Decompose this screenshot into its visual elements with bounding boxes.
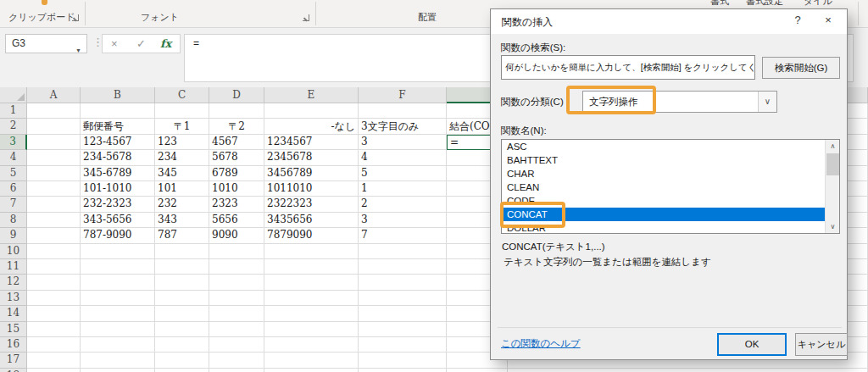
row-header-6[interactable]: 6 (0, 181, 27, 197)
cell-filler-18[interactable] (508, 369, 868, 372)
cell-B13[interactable] (81, 291, 155, 306)
cell-F5[interactable]: 5 (359, 166, 447, 181)
cell-E7[interactable]: 2322323 (264, 197, 359, 212)
cell-D2[interactable]: 〒2 (209, 119, 264, 134)
cell-E17[interactable] (264, 353, 359, 368)
function-help-link[interactable]: この関数のヘルプ (501, 337, 581, 350)
cell-A13[interactable] (27, 291, 81, 306)
cell-A14[interactable] (27, 306, 81, 321)
cell-C1[interactable] (155, 103, 209, 119)
cell-G18[interactable] (447, 369, 508, 372)
cell-E5[interactable]: 3456789 (264, 166, 359, 181)
cell-F3[interactable]: 3 (359, 135, 447, 150)
column-header-D[interactable]: D (209, 87, 264, 103)
column-header-A[interactable]: A (27, 87, 81, 103)
cell-E18[interactable] (264, 369, 359, 372)
cell-A7[interactable] (27, 197, 81, 212)
cell-F1[interactable] (359, 103, 447, 119)
row-header-10[interactable]: 10 (0, 244, 27, 259)
function-item-char[interactable]: CHAR (502, 167, 825, 180)
cell-B4[interactable]: 234-5678 (81, 150, 155, 165)
cell-F14[interactable] (359, 306, 447, 321)
row-header-16[interactable]: 16 (0, 337, 27, 353)
scroll-down-icon[interactable]: ∨ (826, 220, 840, 233)
cell-B8[interactable]: 343-5656 (81, 213, 155, 228)
cell-B2[interactable]: 郵便番号 (81, 119, 155, 134)
cell-C15[interactable] (155, 322, 209, 337)
cell-E8[interactable]: 3435656 (264, 213, 359, 228)
cell-E2[interactable]: -なし (264, 119, 359, 134)
cell-F7[interactable]: 2 (359, 197, 447, 212)
cell-F8[interactable]: 3 (359, 213, 447, 228)
cell-B1[interactable] (81, 103, 155, 119)
cell-F6[interactable]: 1 (359, 181, 447, 197)
cell-D5[interactable]: 6789 (209, 166, 264, 181)
cell-D8[interactable]: 5656 (209, 213, 264, 228)
row-header-11[interactable]: 11 (0, 259, 27, 275)
function-item-clean[interactable]: CLEAN (502, 180, 825, 194)
cancel-entry-icon[interactable]: × (111, 37, 118, 50)
cell-F9[interactable]: 7 (359, 228, 447, 243)
cell-E12[interactable] (264, 275, 359, 290)
cell-D17[interactable] (209, 353, 264, 368)
cell-A4[interactable] (27, 150, 81, 165)
cell-D14[interactable] (209, 306, 264, 321)
cell-F11[interactable] (359, 259, 447, 275)
cell-C11[interactable] (155, 259, 209, 275)
row-header-17[interactable]: 17 (0, 353, 27, 368)
cell-E3[interactable]: 1234567 (264, 135, 359, 150)
cell-C5[interactable]: 345 (155, 166, 209, 181)
cell-A3[interactable] (27, 135, 81, 150)
cell-B10[interactable] (81, 244, 155, 259)
cell-C3[interactable]: 123 (155, 135, 209, 150)
dialog-titlebar[interactable]: 関数の挿入 ? × (491, 9, 847, 34)
cell-E14[interactable] (264, 306, 359, 321)
cell-E4[interactable]: 2345678 (264, 150, 359, 165)
cell-F2[interactable]: 3文字目のみ (359, 119, 447, 134)
cell-A10[interactable] (27, 244, 81, 259)
cell-F4[interactable]: 4 (359, 150, 447, 165)
cell-A6[interactable] (27, 181, 81, 197)
ok-button[interactable]: OK (717, 333, 787, 356)
cell-B6[interactable]: 101-1010 (81, 181, 155, 197)
cell-B11[interactable] (81, 259, 155, 275)
search-start-button[interactable]: 検索開始(G) (762, 57, 840, 79)
cell-F17[interactable] (359, 353, 447, 368)
chevron-down-icon[interactable]: ∨ (758, 92, 776, 112)
cell-A11[interactable] (27, 259, 81, 275)
function-item-bahttext[interactable]: BAHTTEXT (502, 153, 825, 167)
cell-D11[interactable] (209, 259, 264, 275)
cell-E9[interactable]: 7879090 (264, 228, 359, 243)
cell-C4[interactable]: 234 (155, 150, 209, 165)
cell-E11[interactable] (264, 259, 359, 275)
clipboard-dialog-launcher-icon[interactable] (71, 14, 80, 22)
cell-E10[interactable] (264, 244, 359, 259)
row-header-3[interactable]: 3 (0, 135, 27, 150)
cell-D18[interactable] (209, 369, 264, 372)
row-header-9[interactable]: 9 (0, 228, 27, 243)
cell-D12[interactable] (209, 275, 264, 290)
cell-E16[interactable] (264, 337, 359, 353)
cancel-button[interactable]: キャンセル (795, 333, 848, 356)
cell-D15[interactable] (209, 322, 264, 337)
cell-F16[interactable] (359, 337, 447, 353)
function-list-scrollbar[interactable]: ∧ ∨ (825, 140, 839, 233)
cell-D4[interactable]: 5678 (209, 150, 264, 165)
column-header-C[interactable]: C (155, 87, 209, 103)
function-search-input[interactable]: 何がしたいかを簡単に入力して、[検索開始] をクリックしてください。 (501, 55, 755, 80)
row-header-7[interactable]: 7 (0, 197, 27, 212)
cell-A1[interactable] (27, 103, 81, 119)
row-header-2[interactable]: 2 (0, 119, 27, 134)
cell-B18[interactable] (81, 369, 155, 372)
cell-F13[interactable] (359, 291, 447, 306)
cell-B5[interactable]: 345-6789 (81, 166, 155, 181)
cell-A17[interactable] (27, 353, 81, 368)
cell-B15[interactable] (81, 322, 155, 337)
cell-D10[interactable] (209, 244, 264, 259)
row-header-15[interactable]: 15 (0, 322, 27, 337)
row-header-1[interactable]: 1 (0, 103, 27, 119)
cell-D6[interactable]: 1010 (209, 181, 264, 197)
cell-C6[interactable]: 101 (155, 181, 209, 197)
cell-A2[interactable] (27, 119, 81, 134)
cell-A9[interactable] (27, 228, 81, 243)
